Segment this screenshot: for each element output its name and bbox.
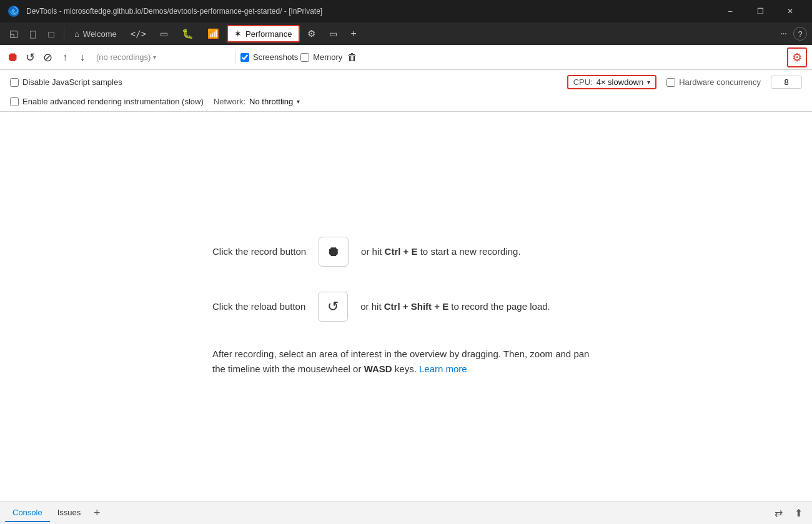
cpu-label: CPU: (573, 77, 593, 87)
inspect-element-icon[interactable]: ◱ (5, 25, 22, 42)
cpu-throttling-dropdown[interactable]: CPU: 4× slowdown ▾ (567, 75, 657, 89)
toolbar-divider-1 (64, 27, 64, 40)
undock-button[interactable]: ⬆ (790, 505, 807, 522)
dock-bottom-button[interactable]: ⇄ (770, 505, 787, 522)
tab-performance-label: Performance (245, 29, 292, 39)
dropdown-arrow-icon: ▾ (153, 54, 156, 61)
tab-welcome[interactable]: ⌂ Welcome (68, 25, 123, 42)
disable-js-checkbox[interactable] (10, 78, 19, 87)
reload-help-row: Click the reload button ↺ or hit Ctrl + … (212, 292, 600, 322)
info-paragraph: After recording, select an area of inter… (212, 347, 600, 377)
title-bar: DevTools - microsoftedge.github.io/Demos… (0, 0, 812, 22)
hw-concurrency-input[interactable] (771, 76, 802, 89)
memory-checkbox[interactable] (300, 53, 309, 62)
tab-performance[interactable]: ✶ Performance (227, 25, 299, 42)
network-dropdown-arrow-icon: ▾ (297, 98, 300, 105)
tab-add[interactable]: + (345, 25, 363, 42)
main-content: Click the record button ⏺ or hit Ctrl + … (0, 112, 812, 502)
advanced-rendering-label[interactable]: Enable advanced rendering instrumentatio… (10, 97, 204, 106)
network-label: Network: (214, 97, 245, 106)
settings-bar: Disable JavaScript samples CPU: 4× slowd… (0, 70, 812, 112)
delete-recording-button[interactable]: 🗑 (345, 50, 360, 65)
tab-memory[interactable]: ⚙ (301, 25, 322, 42)
reload-help-text-1: Click the reload button (212, 300, 305, 314)
recordings-right: ⚙ (787, 47, 807, 67)
advanced-rendering-checkbox[interactable] (10, 97, 19, 106)
bottom-tab-issues[interactable]: Issues (50, 504, 89, 522)
screenshots-checkbox[interactable] (240, 53, 249, 62)
window-title: DevTools - microsoftedge.github.io/Demos… (26, 7, 710, 16)
minimize-button[interactable]: – (716, 0, 745, 22)
wifi-icon: 📶 (207, 28, 219, 39)
add-tab-button[interactable]: + (88, 505, 106, 522)
recordings-dropdown[interactable]: (no recordings) ▾ (92, 51, 230, 63)
info-text-2: keys. (392, 363, 417, 374)
disable-js-label[interactable]: Disable JavaScript samples (10, 77, 122, 87)
bug-icon: 🐛 (182, 28, 194, 39)
download-button[interactable]: ↓ (75, 50, 90, 65)
window-controls: – ❐ ✕ (716, 0, 805, 22)
wasd-text: WASD (364, 363, 392, 374)
help-panel: Click the record button ⏺ or hit Ctrl + … (187, 212, 625, 402)
restore-button[interactable]: ❐ (746, 0, 775, 22)
network-throttling-dropdown[interactable]: Network: No throttling ▾ (214, 97, 300, 106)
reload-record-button[interactable]: ↺ (22, 50, 37, 65)
record-icon-button: ⏺ (319, 237, 349, 267)
record-help-text-3: to start a new recording. (418, 246, 521, 257)
bottom-right-controls: ⇄ ⬆ (770, 505, 807, 522)
settings-gear-icon: ⚙ (792, 51, 802, 64)
devtools-toolbar: ◱ ⎕ □ ⌂ Welcome </> ▭ 🐛 📶 ✶ Performance … (0, 22, 812, 45)
reload-icon: ↺ (327, 299, 339, 315)
memory-checkbox-label[interactable]: Memory (300, 52, 342, 62)
learn-more-link[interactable]: Learn more (419, 363, 467, 374)
settings-row-2: Enable advanced rendering instrumentatio… (10, 97, 802, 106)
record-help-row: Click the record button ⏺ or hit Ctrl + … (212, 237, 600, 267)
screenshots-label: Screenshots (253, 52, 298, 62)
edge-logo-icon (7, 5, 20, 17)
performance-icon: ✶ (234, 29, 242, 39)
bottom-bar: Console Issues + ⇄ ⬆ (0, 502, 812, 524)
tab-wifi[interactable]: 📶 (201, 25, 225, 42)
tab-sources[interactable]: </> (124, 25, 152, 42)
settings-gear-button[interactable]: ⚙ (787, 47, 807, 67)
network-value-label: No throttling (249, 97, 293, 106)
storage-icon: ▭ (329, 29, 337, 39)
cpu-dropdown-arrow-icon: ▾ (647, 79, 650, 86)
no-recordings-label: (no recordings) (96, 52, 151, 62)
clear-button[interactable]: ⊘ (40, 50, 55, 65)
add-tab-icon: + (351, 28, 357, 39)
hw-concurrency-text: Hardware concurrency (679, 77, 761, 87)
record-help-text-2: or hit Ctrl + E to start a new recording… (361, 245, 521, 259)
hw-concurrency-checkbox[interactable] (666, 78, 675, 87)
tab-elements[interactable]: ▭ (154, 25, 174, 42)
bottom-tab-console[interactable]: Console (5, 504, 50, 522)
disable-js-text: Disable JavaScript samples (22, 77, 122, 87)
tab-network[interactable]: 🐛 (176, 25, 200, 42)
toolbar-right: ··· ? (775, 25, 807, 42)
tab-welcome-label: Welcome (83, 29, 117, 39)
record-button[interactable]: ⏺ (5, 50, 20, 65)
tab-application[interactable]: ▭ (323, 25, 344, 42)
memory-label: Memory (313, 52, 342, 62)
recordings-bar: ⏺ ↺ ⊘ ↑ ↓ (no recordings) ▾ Screenshots … (0, 45, 812, 70)
settings-row-1: Disable JavaScript samples CPU: 4× slowd… (10, 75, 802, 89)
sources-icon: </> (131, 29, 146, 39)
reload-shortcut: Ctrl + Shift + E (384, 301, 448, 312)
help-button[interactable]: ? (793, 27, 807, 41)
record-circle-icon: ⏺ (327, 244, 340, 260)
record-shortcut: Ctrl + E (385, 246, 418, 257)
reload-icon-button: ↺ (318, 292, 348, 322)
screenshots-checkbox-label[interactable]: Screenshots (240, 52, 298, 62)
close-drawer-icon[interactable]: □ (42, 25, 60, 42)
recordings-divider (235, 51, 235, 64)
cpu-value-label: 4× slowdown (597, 77, 644, 87)
close-button[interactable]: ✕ (776, 0, 805, 22)
reload-help-text-2: or hit Ctrl + Shift + E to record the pa… (360, 300, 550, 314)
device-emulation-icon[interactable]: ⎕ (24, 25, 41, 42)
hw-concurrency-label[interactable]: Hardware concurrency (666, 77, 761, 87)
home-icon: ⌂ (74, 29, 79, 39)
elements-icon: ▭ (160, 29, 168, 39)
advanced-rendering-text: Enable advanced rendering instrumentatio… (22, 97, 204, 106)
upload-button[interactable]: ↑ (57, 50, 72, 65)
more-options-button[interactable]: ··· (775, 25, 792, 42)
